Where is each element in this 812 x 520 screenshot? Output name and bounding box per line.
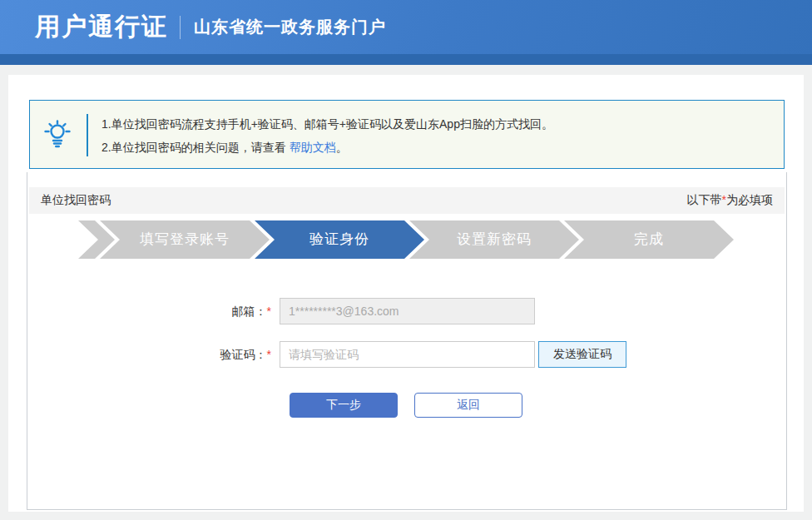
section-header-bar: 单位找回密码 以下带*为必填项 [29, 187, 785, 214]
step-3-set-new-password: 设置新密码 [409, 220, 579, 259]
back-button[interactable]: 返回 [414, 393, 522, 418]
page-title: 用户通行证 [35, 10, 168, 44]
notice-text: 1.单位找回密码流程支持手机+验证码、邮箱号+验证码以及爱山东App扫脸的方式找… [102, 112, 553, 159]
lightbulb-icon [42, 119, 73, 151]
email-field [280, 298, 535, 324]
notice-box: 1.单位找回密码流程支持手机+验证码、邮箱号+验证码以及爱山东App扫脸的方式找… [29, 100, 785, 169]
page-subtitle: 山东省统一政务服务门户 [194, 16, 386, 38]
header-divider [180, 16, 181, 39]
send-code-button[interactable]: 发送验证码 [538, 341, 626, 368]
notice-vertical-divider [87, 114, 88, 156]
next-step-button[interactable]: 下一步 [290, 393, 398, 418]
email-label: 邮箱：* [94, 298, 271, 324]
notice-line-2: 2.单位找回密码的相关问题，请查看帮助文档。 [102, 136, 553, 159]
content-card: 1.单位找回密码流程支持手机+验证码、邮箱号+验证码以及爱山东App扫脸的方式找… [8, 75, 804, 512]
step-1-fill-account: 填写登录账号 [100, 220, 270, 259]
page-header: 用户通行证 山东省统一政务服务门户 [0, 0, 812, 65]
step-4-finish: 完成 [564, 220, 734, 259]
required-note: 以下带*为必填项 [687, 193, 773, 208]
captcha-required-asterisk: * [267, 348, 271, 361]
header-brand: 用户通行证 山东省统一政务服务门户 [35, 0, 386, 54]
captcha-label: 验证码：* [94, 341, 271, 368]
help-doc-link[interactable]: 帮助文档 [290, 141, 336, 154]
step-2-verify-identity: 验证身份 [255, 220, 424, 259]
step-wizard: 填写登录账号验证身份设置新密码完成 [78, 220, 734, 259]
notice-line-1: 1.单位找回密码流程支持手机+验证码、邮箱号+验证码以及爱山东App扫脸的方式找… [102, 112, 553, 136]
recover-password-panel: 单位找回密码 以下带*为必填项 填写登录账号验证身份设置新密码完成 邮箱：* 验… [27, 172, 787, 510]
email-required-asterisk: * [267, 305, 271, 318]
captcha-input[interactable] [280, 341, 535, 368]
section-title: 单位找回密码 [41, 193, 111, 208]
